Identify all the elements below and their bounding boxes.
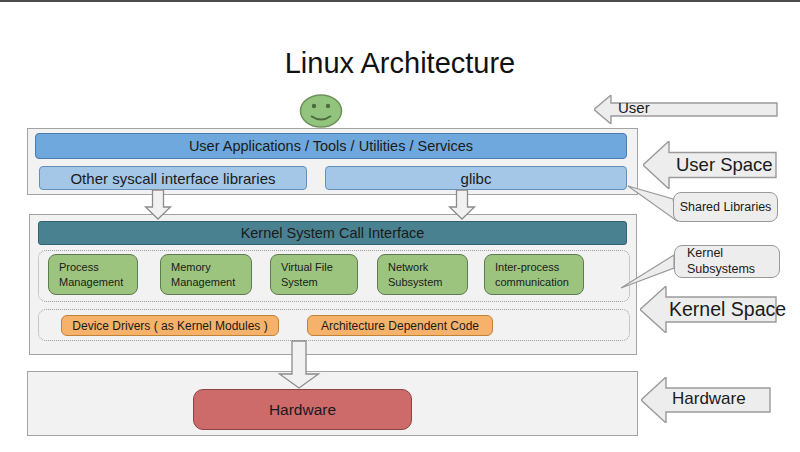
- kernel-subsystems-label: Kernel Subsystems: [687, 246, 779, 277]
- module-box: Architecture Dependent Code: [307, 315, 493, 336]
- glibc-box: glibc: [325, 166, 627, 190]
- user-applications-bar: User Applications / Tools / Utilities / …: [35, 133, 627, 159]
- subsystem-box: Inter-process communication: [484, 254, 584, 295]
- user-label-arrow: User: [594, 95, 778, 124]
- top-border-line: [0, 0, 800, 2]
- syscall-libraries-box: Other syscall interface libraries: [39, 166, 307, 190]
- module-box: Device Drivers ( as Kernel Modules ): [61, 315, 279, 336]
- hardware-label: Hardware: [672, 389, 746, 409]
- subsystem-box: Memory Management: [160, 254, 252, 295]
- user-space-label: User Space: [676, 154, 773, 176]
- kernel-space-label-arrow: Kernel Space: [640, 286, 777, 333]
- shared-libraries-label: Shared Libraries: [680, 200, 772, 214]
- user-label: User: [618, 99, 650, 116]
- hardware-box: Hardware: [193, 389, 412, 430]
- shared-libraries-callout: Shared Libraries: [673, 192, 778, 222]
- subsystem-box: Process Management: [48, 254, 138, 295]
- hardware-label-arrow: Hardware: [641, 377, 771, 423]
- subsystem-box: Virtual File System: [270, 254, 358, 295]
- subsystem-box: Network Subsystem: [377, 254, 468, 295]
- kernel-syscall-interface-bar: Kernel System Call Interface: [38, 221, 627, 245]
- user-space-label-arrow: User Space: [643, 141, 777, 189]
- kernel-space-label: Kernel Space: [669, 298, 786, 321]
- kernel-subsystems-callout: Kernel Subsystems: [674, 245, 780, 278]
- smiley-face-icon: [299, 93, 345, 133]
- page-title: Linux Architecture: [0, 47, 800, 80]
